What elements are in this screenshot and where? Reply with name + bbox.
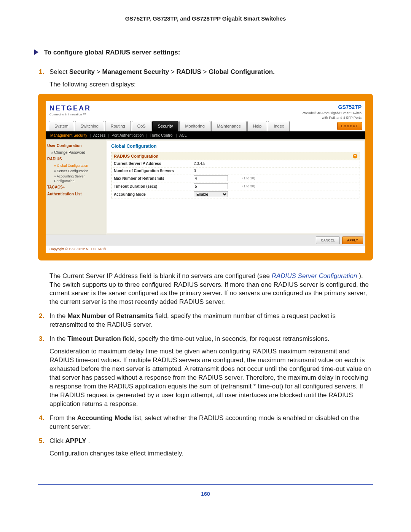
t: Timeout Duration <box>67 335 121 342</box>
sidebar: User Configuration » Change Password RAD… <box>46 139 106 235</box>
embedded-screenshot: NETGEAR Connect with Innovation ™ GS752T… <box>38 94 373 260</box>
model-line2: with PoE and 4 SFP Ports <box>301 115 362 120</box>
hint-timeout-duration: (1 to 30) <box>242 184 255 189</box>
main-tabs: System Switching Routing QoS Security Mo… <box>46 121 365 131</box>
tab-system[interactable]: System <box>49 121 74 131</box>
step-4: 4. From the Accounting Mode list, select… <box>49 414 373 431</box>
subnav-acl[interactable]: ACL <box>179 133 186 137</box>
tab-help[interactable]: Help <box>247 121 268 131</box>
nav-global-config: Global Configuration. <box>209 68 275 75</box>
tab-maintenance[interactable]: Maintenance <box>211 121 247 131</box>
label-accounting-mode: Accounting Mode <box>114 192 194 197</box>
row-max-retransmits: Max Number of Retransmits (1 to 10) <box>112 174 360 182</box>
link-radius-server-config[interactable]: RADIUS Server Configuration <box>272 272 359 280</box>
gt: > <box>171 68 177 75</box>
nav-mgmt-security: Management Security <box>102 68 169 75</box>
tab-routing[interactable]: Routing <box>105 121 131 131</box>
t: The Current Server IP Address field is b… <box>49 272 272 280</box>
gt: > <box>203 68 209 75</box>
step1-follow: The following screen displays: <box>49 80 373 89</box>
subnav-port-auth[interactable]: Port Authentication <box>112 133 143 137</box>
sidebar-global-config[interactable]: » Global Configuration <box>54 163 104 168</box>
apply-button[interactable]: APPLY <box>342 236 363 244</box>
step-number: 2. <box>39 312 44 321</box>
sidebar-change-password[interactable]: » Change Password <box>51 150 104 155</box>
subnav-traffic-control[interactable]: Traffic Control <box>150 133 173 137</box>
step3-paragraph: Consideration to maximum delay time must… <box>49 347 373 409</box>
tab-index[interactable]: Index <box>268 121 290 131</box>
panel-title: Global Configuration <box>111 143 360 149</box>
box-title: RADIUS Configuration <box>114 153 158 159</box>
step-2: 2. In the Max Number of Retransmits fiel… <box>49 312 373 329</box>
value-num-config-servers: 0 <box>194 168 239 174</box>
label-num-config-servers: Number of Configuration Servers <box>114 168 194 174</box>
sep: | <box>176 133 177 137</box>
label-max-retransmits: Max Number of Retransmits <box>114 176 194 181</box>
step-5: 5. Click APPLY . Configuration changes t… <box>49 437 373 458</box>
model-name: GS752TP <box>301 104 362 111</box>
label-current-server-ip: Current Server IP Address <box>114 161 194 166</box>
config-panel: Global Configuration RADIUS Configuratio… <box>107 141 364 233</box>
brand-block: NETGEAR Connect with Innovation ™ <box>49 104 91 117</box>
select-accounting-mode[interactable]: Enable <box>194 191 228 197</box>
t: In the <box>49 312 67 320</box>
copyright: Copyright © 1996-2012 NETGEAR ® <box>46 246 365 252</box>
step-number: 5. <box>39 437 44 446</box>
radius-config-box: RADIUS Configuration ? Current Server IP… <box>111 152 360 199</box>
footer-rule <box>38 484 373 485</box>
tab-security[interactable]: Security <box>152 121 179 131</box>
t: APPLY <box>65 437 86 444</box>
step-1: 1. Select Security > Management Security… <box>49 68 373 307</box>
tab-switching[interactable]: Switching <box>75 121 104 131</box>
sub-nav: Management Security | Access | Port Auth… <box>46 131 365 140</box>
tab-monitoring[interactable]: Monitoring <box>179 121 210 131</box>
action-bar: CANCEL APPLY <box>46 235 365 246</box>
cancel-button[interactable]: CANCEL <box>316 236 340 244</box>
row-num-config-servers: Number of Configuration Servers 0 <box>112 168 360 175</box>
tab-qos[interactable]: QoS <box>132 121 151 131</box>
netgear-logo: NETGEAR <box>49 104 91 113</box>
sep: | <box>108 133 109 137</box>
sidebar-server-config[interactable]: » Server Configuration <box>54 169 104 173</box>
help-icon[interactable]: ? <box>353 154 357 158</box>
t: From the <box>49 414 77 422</box>
sep: | <box>90 133 91 137</box>
sidebar-tacacs[interactable]: TACACS+ <box>47 185 104 190</box>
sidebar-radius[interactable]: RADIUS <box>47 157 104 162</box>
sidebar-user-config[interactable]: User Configuration <box>47 143 104 149</box>
input-max-retransmits[interactable] <box>194 175 228 181</box>
t: Click <box>49 437 65 444</box>
step-3: 3. In the Timeout Duration field, specif… <box>49 335 373 409</box>
netgear-tagline: Connect with Innovation ™ <box>49 113 91 117</box>
label-timeout-duration: Timeout Duration (secs) <box>114 184 194 189</box>
page-number: 160 <box>0 491 411 497</box>
step-number: 1. <box>39 68 44 77</box>
row-current-server-ip: Current Server IP Address 2.3.4.5 <box>112 160 360 168</box>
subnav-mgmt-security[interactable]: Management Security <box>50 133 87 137</box>
t: Select <box>49 68 69 75</box>
running-head: GS752TP, GS728TP, and GS728TPP Gigabit S… <box>0 15 411 22</box>
model-block: GS752TP ProSafe® 48-Port Gigabit Smart S… <box>301 104 362 120</box>
step1-text: Select Security > Management Security > … <box>49 68 275 75</box>
sidebar-acct-server-config[interactable]: » Accounting Server Configuration <box>54 174 104 183</box>
input-timeout-duration[interactable] <box>194 183 228 189</box>
model-line1: ProSafe® 48-Port Gigabit Smart Switch <box>301 111 362 115</box>
procedure-heading: To configure global RADIUS server settin… <box>34 48 373 57</box>
after-screenshot-paragraph: The Current Server IP Address field is b… <box>49 272 373 307</box>
arrow-icon <box>34 50 38 55</box>
gt: > <box>97 68 102 75</box>
nav-security: Security <box>69 68 95 75</box>
t: Max Number of Retransmits <box>67 312 153 320</box>
step-number: 3. <box>39 335 44 343</box>
t: Accounting Mode <box>77 414 132 422</box>
value-current-server-ip: 2.3.4.5 <box>194 161 239 166</box>
subnav-access[interactable]: Access <box>93 133 105 137</box>
logout-button[interactable]: LOGOUT <box>337 122 363 130</box>
step5-paragraph: Configuration changes take effect immedi… <box>49 449 373 458</box>
sidebar-auth-list[interactable]: Authentication List <box>47 192 104 197</box>
t: field, specify the time-out value, in se… <box>123 335 329 342</box>
row-timeout-duration: Timeout Duration (secs) (1 to 30) <box>112 182 360 190</box>
sep: | <box>146 133 147 137</box>
nav-radius: RADIUS <box>177 68 201 75</box>
t: . <box>88 437 90 444</box>
